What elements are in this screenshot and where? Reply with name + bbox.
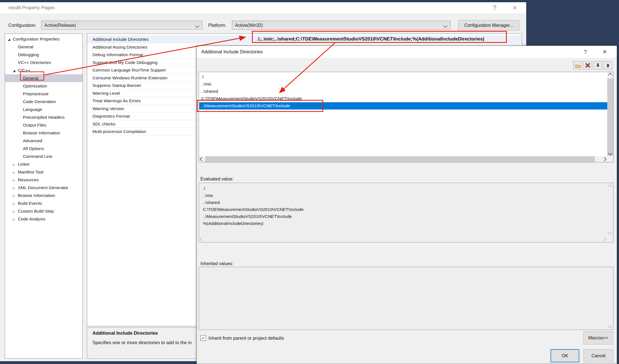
tree-item-label: VC++ Directories [18, 60, 51, 65]
configuration-label: Configuration: [8, 21, 36, 30]
tree-item[interactable]: Optimization [5, 82, 82, 90]
scrollbar-thumb[interactable] [607, 78, 613, 156]
move-up-button[interactable] [603, 61, 612, 70]
scroll-down-button[interactable] [607, 150, 613, 156]
tree-item[interactable]: General [5, 43, 82, 51]
expander-collapsed-icon[interactable]: ▷ [13, 176, 18, 184]
evaluated-line: ..\MeasurementStudioVS2010\VCNET\Include [203, 213, 303, 220]
evaluated-lines: .\..\mic..\sharedC:\TDE\MeasurementStudi… [203, 185, 303, 227]
directory-list-item[interactable]: C:\TDE\MeasurementStudioVS2010\VCNET\Inc… [199, 95, 607, 102]
scroll-right-button[interactable] [601, 236, 607, 242]
horizontal-scrollbar[interactable] [199, 156, 607, 162]
platform-label: Platform: [208, 21, 226, 30]
evaluated-line: %(AdditionalIncludeDirectories) [203, 220, 303, 227]
evaluated-line: C:\TDE\MeasurementStudioVS2010\VCNET\Inc… [203, 206, 303, 213]
tree-item-label: Linker [18, 162, 30, 166]
inherit-checkbox-label[interactable]: Inherit from parent or project defaults [208, 335, 284, 341]
cancel-button[interactable]: Cancel [584, 349, 613, 362]
expander-collapsed-icon[interactable]: ▷ [13, 161, 18, 168]
tree-item-label: General [23, 76, 38, 80]
tree-item[interactable]: Advanced [5, 137, 82, 145]
evaluated-value-label: Evaluated value: [200, 177, 233, 182]
ok-button[interactable]: OK [551, 349, 579, 362]
tree-item-label: Manifest Tool [18, 170, 43, 174]
directory-list-item[interactable]: ..\MeasurementStudioVS2010\VCNET\Include [199, 102, 607, 110]
expander-collapsed-icon[interactable]: ▷ [13, 192, 18, 200]
tree-item[interactable]: Code Generation [5, 98, 82, 106]
expander-collapsed-icon[interactable]: ▷ [13, 208, 18, 215]
directory-list-item[interactable]: ..\mic [199, 80, 607, 88]
scroll-left-button[interactable] [199, 156, 205, 162]
expander-collapsed-icon[interactable]: ▷ [13, 184, 18, 192]
description-title: Additional Include Directories [93, 330, 158, 336]
tree-item[interactable]: VC++ Directories [5, 59, 82, 66]
close-icon[interactable]: ✕ [599, 46, 611, 58]
configuration-value: Active(Release) [44, 23, 76, 28]
tree-item[interactable]: Preprocessor [5, 90, 82, 98]
tree-item[interactable]: ◢C/C++ [5, 66, 82, 74]
expander-collapsed-icon[interactable]: ▷ [13, 215, 18, 223]
tree-item[interactable]: ▷XML Document Generator [5, 184, 82, 192]
title-bar: micdll Property Pages ? ✕ [0, 2, 526, 13]
macros-button[interactable]: Macros>> [583, 331, 613, 344]
delete-button[interactable] [583, 61, 592, 70]
scroll-left-button[interactable] [199, 236, 205, 242]
evaluated-line: .\ [203, 185, 303, 192]
tree-item-label: C/C++ [18, 68, 30, 73]
inherit-checkbox[interactable]: ✓ [200, 335, 206, 341]
configuration-manager-button[interactable]: Configuration Manager... [458, 20, 520, 30]
new-line-button[interactable] [573, 61, 582, 70]
tree-item[interactable]: Browse Information [5, 129, 82, 137]
tree-item[interactable]: Precompiled Headers [5, 113, 82, 121]
tree-item[interactable]: ▷Custom Build Step [5, 207, 82, 215]
arrow-up-icon [605, 63, 611, 68]
tree-item-label: Optimization [23, 84, 47, 88]
tree-item[interactable]: ▷Linker [5, 160, 82, 168]
tree-item[interactable]: ▷Manifest Tool [5, 168, 82, 176]
tree-item-label: Configuration Properties [13, 37, 60, 41]
expander-expanded-icon[interactable]: ◢ [13, 67, 18, 75]
tree-item[interactable]: Language [5, 106, 82, 113]
scroll-up-button[interactable] [607, 184, 613, 189]
configuration-dropdown[interactable]: Active(Release) [41, 21, 202, 30]
platform-dropdown[interactable]: Active(Win32) [232, 21, 450, 30]
scroll-up-button[interactable] [607, 72, 613, 78]
tree-item[interactable]: Debugging [5, 51, 82, 59]
expander-expanded-icon[interactable]: ◢ [8, 35, 13, 43]
window-title: micdll Property Pages [8, 2, 54, 13]
scrollbar-thumb[interactable] [205, 156, 595, 162]
help-icon[interactable]: ? [579, 46, 591, 58]
tree-item[interactable]: All Options [5, 145, 82, 153]
close-icon[interactable]: ✕ [509, 2, 521, 13]
tree-item[interactable]: ▷Code Analysis [5, 215, 82, 223]
scroll-down-button[interactable] [607, 230, 613, 235]
tree-item[interactable]: General [5, 74, 82, 82]
tree-item[interactable]: ▷Resources [5, 176, 82, 184]
directory-list-item[interactable]: ..\shared [199, 88, 607, 95]
tree-item[interactable]: ◢Configuration Properties [5, 35, 82, 43]
evaluated-line: ..\mic [203, 192, 303, 199]
evaluated-value-box: .\..\mic..\sharedC:\TDE\MeasurementStudi… [199, 183, 613, 242]
tree-item[interactable]: ▷Browse Information [5, 192, 82, 199]
tree-item[interactable]: Command Line [5, 153, 82, 160]
tree-item[interactable]: Output Files [5, 121, 82, 129]
tree-item-label: Code Generation [23, 99, 56, 104]
scroll-down-button[interactable] [607, 323, 613, 329]
inherited-values-label: Inherited values: [200, 261, 233, 266]
scroll-right-button[interactable] [601, 156, 607, 162]
tree-item[interactable]: ▷Build Events [5, 199, 82, 207]
tree-item-label: Output Files [23, 123, 46, 127]
tree-item-label: Code Analysis [18, 217, 45, 221]
expander-collapsed-icon[interactable]: ▷ [13, 200, 18, 208]
platform-value: Active(Win32) [235, 23, 263, 28]
tree-item-label: Preprocessor [23, 91, 49, 96]
additional-include-directories-value[interactable]: .\;..\mic;..\shared;C:\TDE\MeasurementSt… [257, 34, 484, 44]
move-down-button[interactable] [593, 61, 602, 70]
inherited-values-box [199, 267, 613, 330]
tree-item-label: Resources [18, 177, 39, 182]
directory-list-item[interactable]: .\ [199, 73, 607, 80]
directories-listbox[interactable]: .\..\mic..\sharedC:\TDE\MeasurementStudi… [199, 72, 613, 162]
expander-collapsed-icon[interactable]: ▷ [13, 168, 18, 176]
vertical-scrollbar[interactable] [607, 72, 613, 156]
help-icon[interactable]: ? [488, 2, 501, 13]
